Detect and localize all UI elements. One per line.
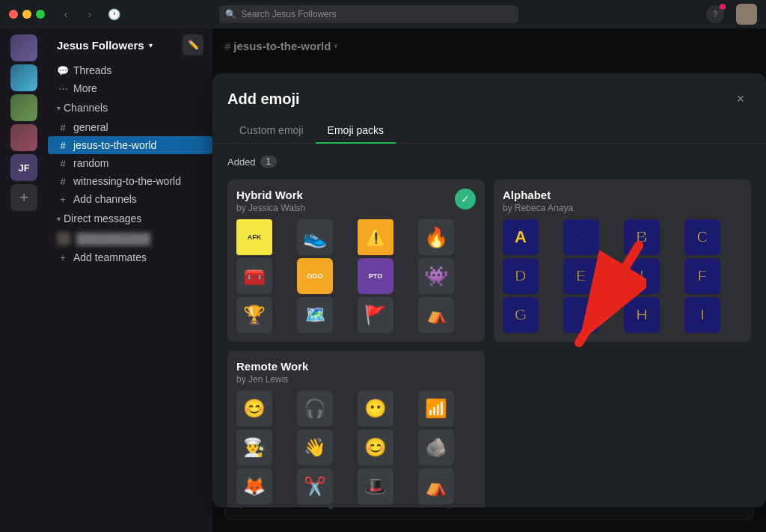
channel-witnessing-label: witnessing-to-the-world xyxy=(73,175,181,187)
user-avatar-top[interactable] xyxy=(736,4,757,25)
back-button[interactable]: ‹ xyxy=(57,5,75,23)
pack-author-hybrid: by Jessica Walsh xyxy=(236,203,305,213)
pack-card-hybrid-work[interactable]: Hybrid Work by Jessica Walsh ✓ AFK 👟 ⚠️ … xyxy=(227,180,485,342)
channels-chevron-icon: ▾ xyxy=(57,104,61,112)
maximize-traffic-light[interactable] xyxy=(36,10,45,19)
pack-emojis-remote: 😊 🎧 😶 📶 👨‍🍳 👋 😊 🪨 🦊 ✂️ 🎩 xyxy=(227,391,485,507)
add-teammates-label: Add teammates xyxy=(73,251,147,263)
notification-dot xyxy=(720,4,726,10)
hash-icon-4: # xyxy=(57,176,69,187)
alpha-c: C xyxy=(684,219,720,255)
search-icon: 🔍 xyxy=(225,9,236,19)
remote-emoji-7: 😊 xyxy=(358,429,393,465)
dm-label: Direct messages xyxy=(64,213,141,224)
forward-button[interactable]: › xyxy=(81,5,99,23)
channels-section-header[interactable]: ▾ Channels xyxy=(48,97,212,118)
alpha-b: B xyxy=(624,219,660,255)
main-layout: JF + Jesus Followers ▾ ✏️ 💬 Threads ⋯ Mo… xyxy=(0,28,766,532)
modal-close-button[interactable]: × xyxy=(730,88,751,109)
traffic-lights xyxy=(9,10,45,19)
workspace-avatar-3[interactable] xyxy=(10,94,37,121)
minimize-traffic-light[interactable] xyxy=(22,10,31,19)
emoji-flag: 🚩 xyxy=(358,297,393,333)
titlebar: ‹ › 🕐 🔍 Search Jesus Followers ? xyxy=(0,0,766,28)
alpha-d: D xyxy=(503,258,539,294)
tab-custom-emoji[interactable]: Custom emoji xyxy=(227,118,316,144)
alpha-exclaim: ! xyxy=(624,258,660,294)
pack-card-alphabet[interactable]: Alphabet by Rebeca Anaya A @ B C D E xyxy=(494,180,751,342)
workspace-avatar-4[interactable] xyxy=(10,124,37,151)
sidebar-item-witnessing[interactable]: # witnessing-to-the-world xyxy=(48,172,212,190)
pack-author-remote: by Jen Lewis xyxy=(236,374,308,385)
alpha-hash: # xyxy=(563,297,599,333)
alpha-i: I xyxy=(684,297,720,333)
pack-title-remote: Remote Work xyxy=(236,360,308,373)
emoji-sign: ⚠️ xyxy=(358,219,393,255)
emoji-fire: 🔥 xyxy=(418,219,454,255)
sidebar-item-threads[interactable]: 💬 Threads xyxy=(48,61,212,79)
plus-icon-2: + xyxy=(57,252,69,263)
emoji-map: 🗺️ xyxy=(297,297,333,333)
workspace-header[interactable]: Jesus Followers ▾ ✏️ xyxy=(48,28,212,61)
emoji-monster: 👾 xyxy=(418,258,454,294)
sidebar: Jesus Followers ▾ ✏️ 💬 Threads ⋯ More ▾ … xyxy=(48,28,212,532)
sidebar-item-add-channels[interactable]: + Add channels xyxy=(48,190,212,208)
close-traffic-light[interactable] xyxy=(9,10,18,19)
sidebar-item-jesus-to-the-world[interactable]: # jesus-to-the-world xyxy=(48,136,212,154)
sidebar-item-add-teammates[interactable]: + Add teammates xyxy=(48,248,212,266)
sidebar-item-random[interactable]: # random xyxy=(48,154,212,172)
dm-section-header[interactable]: ▾ Direct messages xyxy=(48,208,212,229)
dm-avatar-1 xyxy=(57,232,70,245)
pack-emojis-hybrid: AFK 👟 ⚠️ 🔥 🧰 OOO PTO 👾 🏆 🗺️ 🚩 xyxy=(227,219,485,342)
help-button[interactable]: ? xyxy=(706,5,724,23)
tab-emoji-packs[interactable]: Emoji packs xyxy=(316,118,396,144)
modal-title: Add emoji xyxy=(227,91,300,108)
channel-general-label: general xyxy=(73,121,108,133)
pack-added-icon-hybrid: ✓ xyxy=(455,189,476,210)
workspace-avatar-1[interactable] xyxy=(10,34,37,61)
remote-emoji-4: 📶 xyxy=(418,391,454,426)
workspace-initials[interactable]: JF xyxy=(10,154,37,181)
alpha-h: H xyxy=(624,297,660,333)
search-bar[interactable]: 🔍 Search Jesus Followers xyxy=(219,5,518,23)
remote-emoji-12: ⛺ xyxy=(418,468,454,504)
dm-item-1[interactable]: ██████████ xyxy=(48,229,212,248)
workspace-avatar-2[interactable] xyxy=(10,64,37,91)
hash-icon-2: # xyxy=(57,140,69,151)
add-workspace-button[interactable]: + xyxy=(10,184,37,211)
emoji-afk: AFK xyxy=(236,219,272,255)
remote-emoji-9: 🦊 xyxy=(236,468,272,504)
modal-header: Add emoji × xyxy=(212,73,766,109)
alpha-f: F xyxy=(684,258,720,294)
pack-header-remote: Remote Work by Jen Lewis xyxy=(227,351,485,391)
alpha-at: @ xyxy=(563,219,599,255)
pack-emojis-alphabet: A @ B C D E ! F G # H I xyxy=(494,219,751,342)
dm-chevron-icon: ▾ xyxy=(57,215,61,223)
remote-emoji-10: ✂️ xyxy=(297,468,333,504)
remote-emoji-3: 😶 xyxy=(358,391,393,426)
more-icon: ⋯ xyxy=(57,83,69,94)
remote-emoji-2: 🎧 xyxy=(297,391,333,426)
alpha-g: G xyxy=(503,297,539,333)
alpha-a: A xyxy=(503,219,539,255)
add-emoji-modal: Add emoji × Custom emoji Emoji packs Add… xyxy=(212,73,766,507)
more-label: More xyxy=(73,82,97,94)
remote-emoji-6: 👋 xyxy=(297,429,333,465)
pack-card-remote-work[interactable]: Remote Work by Jen Lewis 😊 🎧 😶 📶 👨‍🍳 xyxy=(227,351,485,507)
alpha-e: E xyxy=(563,258,599,294)
edit-button[interactable]: ✏️ xyxy=(183,34,203,55)
added-badge: Added 1 xyxy=(227,156,751,168)
history-button[interactable]: 🕐 xyxy=(105,5,123,23)
emoji-pto: PTO xyxy=(358,258,393,294)
pack-title-alphabet: Alphabet xyxy=(503,189,573,201)
remote-emoji-8: 🪨 xyxy=(418,429,454,465)
modal-overlay: Add emoji × Custom emoji Emoji packs Add… xyxy=(212,28,766,532)
modal-tabs: Custom emoji Emoji packs xyxy=(212,109,766,144)
emoji-camp: ⛺ xyxy=(418,297,454,333)
emoji-packs-grid: Hybrid Work by Jessica Walsh ✓ AFK 👟 ⚠️ … xyxy=(227,180,751,507)
modal-body[interactable]: Added 1 Hybrid Work by Jessica Walsh xyxy=(212,144,766,507)
emoji-trophy: 🏆 xyxy=(236,297,272,333)
sidebar-item-more[interactable]: ⋯ More xyxy=(48,79,212,97)
emoji-ooo: OOO xyxy=(297,258,333,294)
sidebar-item-general[interactable]: # general xyxy=(48,118,212,136)
